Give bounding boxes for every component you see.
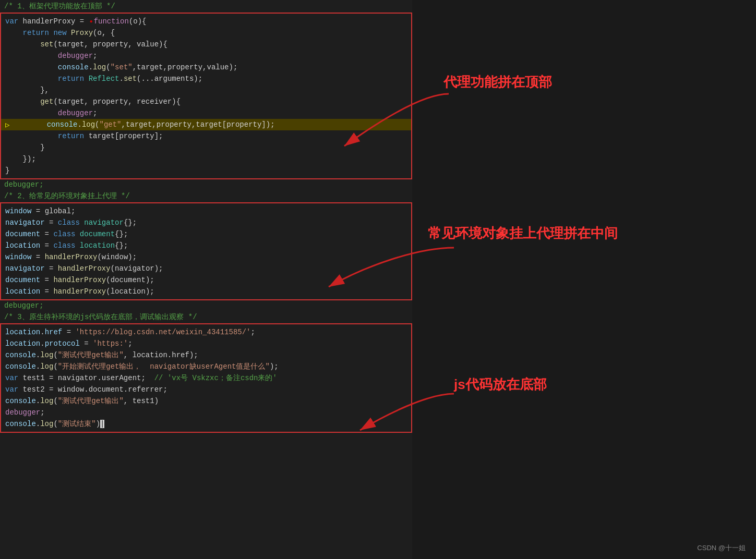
annotation-top-text: 代理功能拼在顶部 xyxy=(443,73,552,91)
code-line: debugger; xyxy=(1,50,411,62)
annotation-middle: 常见环境对象挂上代理拼在中间 xyxy=(428,224,618,242)
code-line: var test1 = navigator.userAgent; // 'vx号… xyxy=(1,372,411,384)
between-debugger-1: debugger; xyxy=(0,179,412,190)
code-line: window = global; xyxy=(1,205,411,217)
arrow-top-svg xyxy=(339,89,454,151)
between-debugger-2: debugger; xyxy=(0,300,412,311)
code-line: console.log("set",target,property,value)… xyxy=(1,62,411,73)
section3-code: location.href = 'https://blog.csdn.net/w… xyxy=(0,323,412,433)
arrow-bottom-svg xyxy=(355,388,459,435)
code-line: console.log("测试结束")| xyxy=(1,418,411,430)
code-line: location.protocol = 'https:'; xyxy=(1,338,411,349)
code-line: } xyxy=(1,165,411,176)
arrow-middle-svg xyxy=(323,240,459,292)
code-line: console.log("开始测试代理get输出， navigator缺user… xyxy=(1,361,411,372)
annotation-top: 代理功能拼在顶部 xyxy=(443,73,552,91)
code-line: location.href = 'https://blog.csdn.net/w… xyxy=(1,326,411,338)
annotation-panel: 代理功能拼在顶部 常见环境对象挂上代理拼在中间 xyxy=(412,0,756,559)
code-line: }); xyxy=(1,153,411,165)
code-line: return Reflect.set(...arguments); xyxy=(1,73,411,84)
code-line: debugger; xyxy=(1,407,411,418)
section1-comment: /* 1、框架代理功能放在顶部 */ xyxy=(0,0,412,13)
section3-comment: /* 3、原生待补环境的js代码放在底部，调试输出观察 */ xyxy=(0,311,412,323)
annotation-bottom: js代码放在底部 xyxy=(454,375,547,394)
code-line: document = class document{}; xyxy=(1,228,411,240)
section2-comment: /* 2、给常见的环境对象挂上代理 */ xyxy=(0,190,412,202)
code-line: navigator = class navigator{}; xyxy=(1,217,411,228)
annotation-bottom-text: js代码放在底部 xyxy=(454,375,547,394)
code-line: console.log("测试代理get输出", test1) xyxy=(1,395,411,407)
code-line: set(target, property, value){ xyxy=(1,39,411,50)
code-line: var test2 = window.document.referrer; xyxy=(1,384,411,395)
code-line: return new Proxy(o, { xyxy=(1,27,411,39)
watermark: CSDN @十一姐 xyxy=(697,543,746,553)
code-line: var handlerProxy = ●function(o){ xyxy=(1,16,411,27)
main-container: /* 1、框架代理功能放在顶部 */ var handlerProxy = ●f… xyxy=(0,0,756,559)
code-line: console.log("测试代理get输出", location.href); xyxy=(1,349,411,361)
